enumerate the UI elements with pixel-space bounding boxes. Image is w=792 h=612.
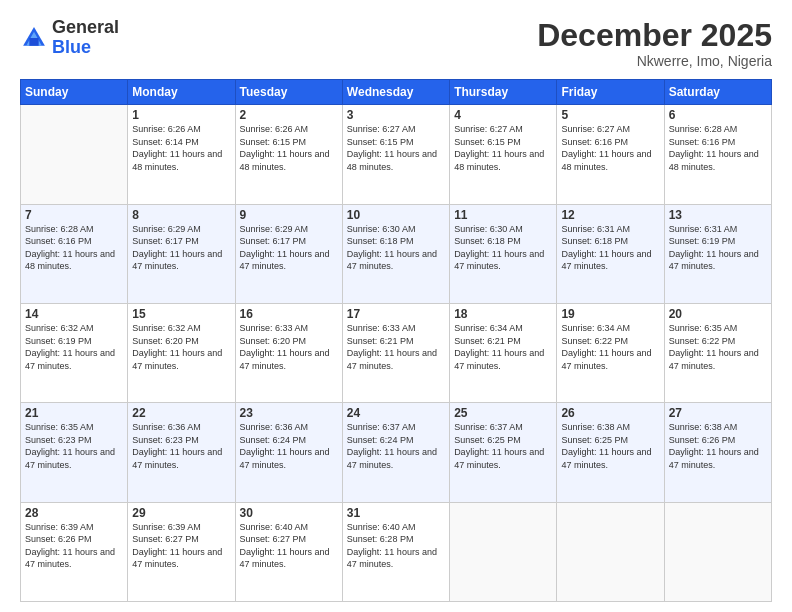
day-number: 12 [561,208,659,222]
calendar-cell: 24Sunrise: 6:37 AM Sunset: 6:24 PM Dayli… [342,403,449,502]
day-number: 7 [25,208,123,222]
day-number: 23 [240,406,338,420]
title-block: December 2025 Nkwerre, Imo, Nigeria [537,18,772,69]
day-number: 4 [454,108,552,122]
calendar-cell: 28Sunrise: 6:39 AM Sunset: 6:26 PM Dayli… [21,502,128,601]
calendar-cell: 11Sunrise: 6:30 AM Sunset: 6:18 PM Dayli… [450,204,557,303]
cell-info: Sunrise: 6:37 AM Sunset: 6:24 PM Dayligh… [347,421,445,471]
weekday-header-thursday: Thursday [450,80,557,105]
cell-info: Sunrise: 6:36 AM Sunset: 6:23 PM Dayligh… [132,421,230,471]
logo-text: General Blue [52,18,119,58]
calendar-cell [21,105,128,204]
cell-info: Sunrise: 6:38 AM Sunset: 6:25 PM Dayligh… [561,421,659,471]
cell-info: Sunrise: 6:32 AM Sunset: 6:20 PM Dayligh… [132,322,230,372]
cell-info: Sunrise: 6:40 AM Sunset: 6:28 PM Dayligh… [347,521,445,571]
calendar-cell: 27Sunrise: 6:38 AM Sunset: 6:26 PM Dayli… [664,403,771,502]
weekday-header-wednesday: Wednesday [342,80,449,105]
day-number: 1 [132,108,230,122]
cell-info: Sunrise: 6:35 AM Sunset: 6:23 PM Dayligh… [25,421,123,471]
day-number: 17 [347,307,445,321]
page: General Blue December 2025 Nkwerre, Imo,… [0,0,792,612]
day-number: 8 [132,208,230,222]
logo-general: General [52,17,119,37]
calendar-cell: 4Sunrise: 6:27 AM Sunset: 6:15 PM Daylig… [450,105,557,204]
calendar-cell: 10Sunrise: 6:30 AM Sunset: 6:18 PM Dayli… [342,204,449,303]
calendar-cell: 20Sunrise: 6:35 AM Sunset: 6:22 PM Dayli… [664,303,771,402]
day-number: 13 [669,208,767,222]
day-number: 14 [25,307,123,321]
calendar-row-5: 28Sunrise: 6:39 AM Sunset: 6:26 PM Dayli… [21,502,772,601]
calendar-cell: 5Sunrise: 6:27 AM Sunset: 6:16 PM Daylig… [557,105,664,204]
cell-info: Sunrise: 6:32 AM Sunset: 6:19 PM Dayligh… [25,322,123,372]
logo-blue: Blue [52,37,91,57]
cell-info: Sunrise: 6:26 AM Sunset: 6:15 PM Dayligh… [240,123,338,173]
calendar-cell [450,502,557,601]
calendar-cell: 31Sunrise: 6:40 AM Sunset: 6:28 PM Dayli… [342,502,449,601]
day-number: 28 [25,506,123,520]
calendar-cell: 18Sunrise: 6:34 AM Sunset: 6:21 PM Dayli… [450,303,557,402]
cell-info: Sunrise: 6:34 AM Sunset: 6:21 PM Dayligh… [454,322,552,372]
cell-info: Sunrise: 6:39 AM Sunset: 6:26 PM Dayligh… [25,521,123,571]
location: Nkwerre, Imo, Nigeria [537,53,772,69]
calendar-cell: 13Sunrise: 6:31 AM Sunset: 6:19 PM Dayli… [664,204,771,303]
logo: General Blue [20,18,119,58]
calendar-cell: 19Sunrise: 6:34 AM Sunset: 6:22 PM Dayli… [557,303,664,402]
calendar-row-4: 21Sunrise: 6:35 AM Sunset: 6:23 PM Dayli… [21,403,772,502]
weekday-header-monday: Monday [128,80,235,105]
cell-info: Sunrise: 6:36 AM Sunset: 6:24 PM Dayligh… [240,421,338,471]
cell-info: Sunrise: 6:27 AM Sunset: 6:16 PM Dayligh… [561,123,659,173]
calendar-cell: 6Sunrise: 6:28 AM Sunset: 6:16 PM Daylig… [664,105,771,204]
cell-info: Sunrise: 6:30 AM Sunset: 6:18 PM Dayligh… [347,223,445,273]
day-number: 6 [669,108,767,122]
calendar-cell: 21Sunrise: 6:35 AM Sunset: 6:23 PM Dayli… [21,403,128,502]
cell-info: Sunrise: 6:33 AM Sunset: 6:21 PM Dayligh… [347,322,445,372]
calendar-cell: 7Sunrise: 6:28 AM Sunset: 6:16 PM Daylig… [21,204,128,303]
calendar-cell: 15Sunrise: 6:32 AM Sunset: 6:20 PM Dayli… [128,303,235,402]
cell-info: Sunrise: 6:29 AM Sunset: 6:17 PM Dayligh… [240,223,338,273]
day-number: 11 [454,208,552,222]
cell-info: Sunrise: 6:40 AM Sunset: 6:27 PM Dayligh… [240,521,338,571]
day-number: 26 [561,406,659,420]
day-number: 3 [347,108,445,122]
cell-info: Sunrise: 6:28 AM Sunset: 6:16 PM Dayligh… [669,123,767,173]
month-title: December 2025 [537,18,772,53]
day-number: 19 [561,307,659,321]
calendar-row-2: 7Sunrise: 6:28 AM Sunset: 6:16 PM Daylig… [21,204,772,303]
cell-info: Sunrise: 6:37 AM Sunset: 6:25 PM Dayligh… [454,421,552,471]
calendar-cell: 3Sunrise: 6:27 AM Sunset: 6:15 PM Daylig… [342,105,449,204]
calendar-cell: 14Sunrise: 6:32 AM Sunset: 6:19 PM Dayli… [21,303,128,402]
calendar-cell: 12Sunrise: 6:31 AM Sunset: 6:18 PM Dayli… [557,204,664,303]
logo-icon [20,24,48,52]
cell-info: Sunrise: 6:31 AM Sunset: 6:19 PM Dayligh… [669,223,767,273]
day-number: 25 [454,406,552,420]
calendar-cell: 2Sunrise: 6:26 AM Sunset: 6:15 PM Daylig… [235,105,342,204]
cell-info: Sunrise: 6:33 AM Sunset: 6:20 PM Dayligh… [240,322,338,372]
day-number: 27 [669,406,767,420]
day-number: 21 [25,406,123,420]
weekday-header-friday: Friday [557,80,664,105]
calendar-row-1: 1Sunrise: 6:26 AM Sunset: 6:14 PM Daylig… [21,105,772,204]
day-number: 5 [561,108,659,122]
calendar-cell: 1Sunrise: 6:26 AM Sunset: 6:14 PM Daylig… [128,105,235,204]
day-number: 18 [454,307,552,321]
day-number: 30 [240,506,338,520]
day-number: 24 [347,406,445,420]
cell-info: Sunrise: 6:26 AM Sunset: 6:14 PM Dayligh… [132,123,230,173]
header: General Blue December 2025 Nkwerre, Imo,… [20,18,772,69]
calendar-cell: 25Sunrise: 6:37 AM Sunset: 6:25 PM Dayli… [450,403,557,502]
day-number: 20 [669,307,767,321]
calendar-cell: 17Sunrise: 6:33 AM Sunset: 6:21 PM Dayli… [342,303,449,402]
calendar-cell: 22Sunrise: 6:36 AM Sunset: 6:23 PM Dayli… [128,403,235,502]
day-number: 31 [347,506,445,520]
calendar: SundayMondayTuesdayWednesdayThursdayFrid… [20,79,772,602]
day-number: 9 [240,208,338,222]
cell-info: Sunrise: 6:34 AM Sunset: 6:22 PM Dayligh… [561,322,659,372]
calendar-cell: 9Sunrise: 6:29 AM Sunset: 6:17 PM Daylig… [235,204,342,303]
cell-info: Sunrise: 6:31 AM Sunset: 6:18 PM Dayligh… [561,223,659,273]
day-number: 15 [132,307,230,321]
cell-info: Sunrise: 6:35 AM Sunset: 6:22 PM Dayligh… [669,322,767,372]
cell-info: Sunrise: 6:27 AM Sunset: 6:15 PM Dayligh… [454,123,552,173]
day-number: 10 [347,208,445,222]
day-number: 22 [132,406,230,420]
calendar-cell: 30Sunrise: 6:40 AM Sunset: 6:27 PM Dayli… [235,502,342,601]
